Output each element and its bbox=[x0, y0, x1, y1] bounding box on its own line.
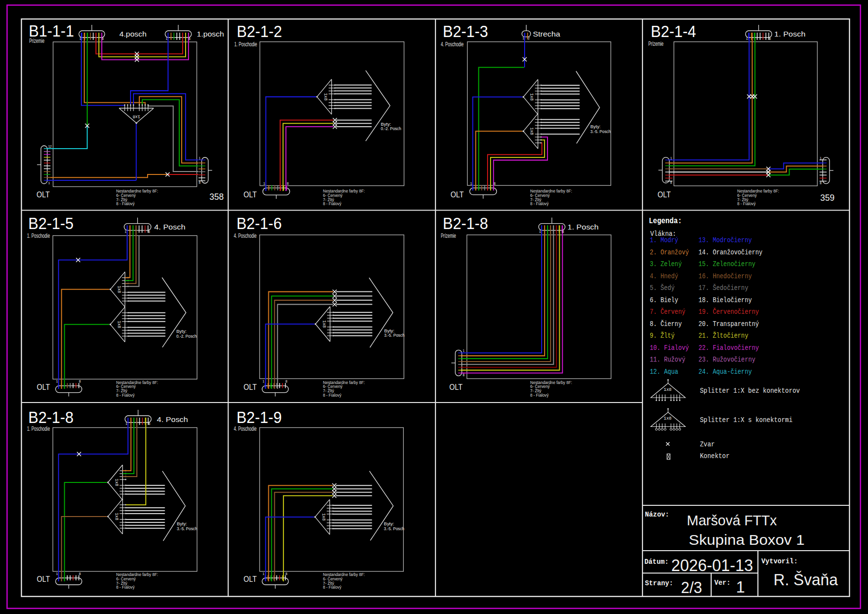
svg-text:OLT: OLT bbox=[451, 190, 464, 199]
svg-text:1x8: 1x8 bbox=[116, 286, 121, 293]
svg-text:8 - Fialový: 8 - Fialový bbox=[116, 585, 135, 590]
svg-text:Dátum:: Dátum: bbox=[644, 557, 669, 566]
svg-text:8: 8 bbox=[562, 230, 564, 233]
svg-text:OLT: OLT bbox=[244, 190, 257, 199]
svg-text:Nestandardne farby 8F:: Nestandardne farby 8F: bbox=[116, 189, 158, 193]
svg-text:Splitter 1:X s konektormi: Splitter 1:X s konektormi bbox=[700, 416, 793, 424]
svg-text:12. Aqua: 12. Aqua bbox=[650, 368, 678, 376]
svg-text:B2-1-5: B2-1-5 bbox=[28, 214, 74, 232]
svg-text:Prízemie: Prízemie bbox=[441, 232, 456, 239]
svg-text:4. Poschodie: 4. Poschodie bbox=[234, 425, 257, 432]
svg-text:4. Hnedý: 4. Hnedý bbox=[650, 272, 678, 281]
svg-text:Splitter 1:X bez konektorov: Splitter 1:X bez konektorov bbox=[700, 387, 800, 395]
svg-text:10. Fialový: 10. Fialový bbox=[650, 344, 689, 352]
svg-text:4. Posch: 4. Posch bbox=[154, 223, 186, 231]
svg-text:6- Červený: 6- Červený bbox=[116, 193, 136, 198]
svg-text:16. Hnedočierny: 16. Hnedočierny bbox=[698, 272, 752, 281]
svg-text:Nestandardne farby 8F:: Nestandardne farby 8F: bbox=[323, 381, 365, 385]
svg-text:8: 8 bbox=[820, 181, 822, 185]
svg-text:7- Žltý: 7- Žltý bbox=[116, 388, 128, 393]
svg-text:1: 1 bbox=[166, 37, 168, 40]
svg-text:B2-1-3: B2-1-3 bbox=[443, 22, 488, 40]
svg-text:B2-1-8: B2-1-8 bbox=[443, 214, 488, 232]
svg-text:OLT: OLT bbox=[658, 190, 671, 199]
svg-text:Strecha: Strecha bbox=[533, 30, 561, 38]
svg-text:Prizemie: Prizemie bbox=[29, 38, 44, 44]
svg-text:8: 8 bbox=[189, 37, 190, 40]
svg-text:3.-5. Posch: 3.-5. Posch bbox=[177, 526, 197, 531]
svg-text:OLT: OLT bbox=[37, 383, 50, 391]
svg-text:1: 1 bbox=[48, 181, 50, 185]
svg-text:1: 1 bbox=[56, 380, 58, 383]
svg-text:21. Žltočierny: 21. Žltočierny bbox=[698, 331, 748, 340]
svg-text:4.posch: 4.posch bbox=[119, 30, 147, 38]
svg-text:3.-5. Posch: 3.-5. Posch bbox=[384, 526, 404, 531]
svg-text:8 - Fialový: 8 - Fialový bbox=[530, 393, 549, 398]
svg-text:Nestandardne farby 8F:: Nestandardne farby 8F: bbox=[323, 189, 365, 193]
svg-text:8. Čierny: 8. Čierny bbox=[650, 320, 682, 328]
svg-text:OLT: OLT bbox=[37, 575, 50, 583]
svg-text:1. Posch: 1. Posch bbox=[567, 223, 599, 231]
svg-text:B2-1-2: B2-1-2 bbox=[237, 22, 282, 40]
svg-text:1: 1 bbox=[56, 572, 58, 576]
svg-text:8: 8 bbox=[285, 380, 287, 383]
svg-text:1. Poschodie: 1. Poschodie bbox=[234, 41, 257, 48]
svg-text:8 - Fialový: 8 - Fialový bbox=[116, 393, 135, 398]
svg-text:6- Červený: 6- Červený bbox=[323, 576, 343, 581]
svg-text:8: 8 bbox=[199, 181, 201, 184]
svg-text:1. Posch: 1. Posch bbox=[774, 30, 806, 38]
svg-text:7- Žltý: 7- Žltý bbox=[737, 197, 749, 202]
svg-text:4. Poschodie: 4. Poschodie bbox=[234, 232, 257, 239]
svg-text:8: 8 bbox=[287, 182, 289, 185]
svg-text:OLT: OLT bbox=[37, 190, 50, 199]
svg-text:Vytvoril:: Vytvoril: bbox=[761, 557, 798, 566]
svg-text:1x8: 1x8 bbox=[529, 128, 534, 135]
svg-text:Nestandardne farby 8F:: Nestandardne farby 8F: bbox=[323, 573, 365, 577]
svg-text:R. Švaňa: R. Švaňa bbox=[774, 570, 838, 589]
svg-text:8: 8 bbox=[285, 572, 287, 576]
svg-text:1x8: 1x8 bbox=[132, 114, 140, 119]
svg-text:OLT: OLT bbox=[450, 383, 463, 391]
svg-text:1: 1 bbox=[463, 349, 465, 352]
svg-text:8 - Fialový: 8 - Fialový bbox=[323, 393, 342, 398]
svg-text:8 - Fialový: 8 - Fialový bbox=[116, 202, 135, 206]
svg-text:2/3: 2/3 bbox=[681, 578, 702, 596]
svg-text:8: 8 bbox=[102, 37, 104, 40]
svg-text:1x8: 1x8 bbox=[664, 387, 672, 392]
svg-text:8 - Fialový: 8 - Fialový bbox=[323, 585, 342, 590]
svg-text:1.posch: 1.posch bbox=[197, 30, 224, 38]
svg-text:1x8: 1x8 bbox=[529, 93, 534, 100]
svg-text:B2-1-6: B2-1-6 bbox=[236, 214, 282, 232]
svg-text:8: 8 bbox=[149, 422, 151, 425]
svg-text:1. Poschodie: 1. Poschodie bbox=[27, 232, 50, 239]
svg-text:7- Žltý: 7- Žltý bbox=[116, 197, 128, 202]
svg-text:6- Červený: 6- Červený bbox=[116, 384, 136, 389]
svg-text:19. Červenočierny: 19. Červenočierny bbox=[698, 307, 759, 316]
svg-text:1: 1 bbox=[199, 156, 201, 160]
svg-text:4. Posch: 4. Posch bbox=[157, 415, 188, 423]
svg-text:OLT: OLT bbox=[244, 383, 257, 391]
svg-text:Zvar: Zvar bbox=[700, 441, 715, 449]
svg-text:OLT: OLT bbox=[244, 575, 257, 583]
svg-text:8: 8 bbox=[79, 380, 81, 383]
svg-text:24. Aqua-čierny: 24. Aqua-čierny bbox=[698, 368, 752, 376]
svg-text:1: 1 bbox=[820, 156, 822, 160]
svg-text:359: 359 bbox=[820, 193, 834, 203]
svg-text:6- Červený: 6- Červený bbox=[323, 384, 343, 389]
svg-text:1: 1 bbox=[736, 578, 745, 596]
svg-text:1: 1 bbox=[746, 37, 748, 40]
svg-text:1x8: 1x8 bbox=[114, 479, 119, 486]
svg-text:18. Bieločierny: 18. Bieločierny bbox=[698, 296, 752, 305]
svg-text:1x8: 1x8 bbox=[323, 93, 328, 100]
svg-text:1: 1 bbox=[125, 230, 127, 233]
svg-text:B2-1-4: B2-1-4 bbox=[651, 22, 696, 40]
svg-text:0.-2. Posch: 0.-2. Posch bbox=[176, 333, 197, 339]
svg-text:1: 1 bbox=[264, 182, 265, 185]
svg-text:Nestandardne farby 8F:: Nestandardne farby 8F: bbox=[530, 381, 572, 385]
svg-text:15. Zelenočierny: 15. Zelenočierny bbox=[698, 260, 755, 269]
svg-text:1: 1 bbox=[79, 37, 81, 40]
svg-text:Prízemie: Prízemie bbox=[648, 40, 663, 47]
svg-text:Nestandardne farby 8F:: Nestandardne farby 8F: bbox=[116, 381, 158, 385]
svg-text:7- Žltý: 7- Žltý bbox=[530, 197, 542, 202]
svg-text:23. Ružovočierny: 23. Ružovočierny bbox=[698, 356, 755, 364]
